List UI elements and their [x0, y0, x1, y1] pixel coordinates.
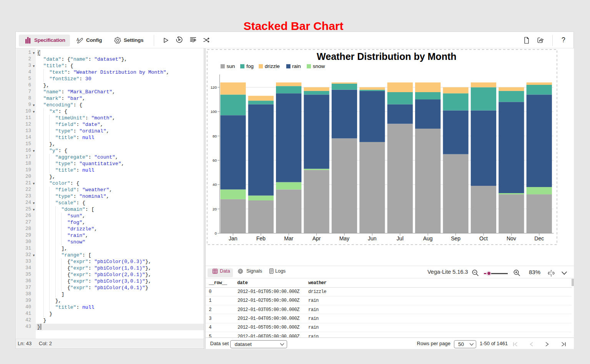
svg-text:fog: fog	[246, 63, 254, 69]
svg-text:Aug: Aug	[423, 235, 433, 242]
svg-text:drizzle: drizzle	[265, 63, 280, 69]
svg-text:rain: rain	[292, 63, 301, 69]
svg-text:Feb: Feb	[256, 235, 266, 242]
svg-text:Jun: Jun	[368, 235, 377, 242]
svg-text:Jul: Jul	[397, 235, 404, 242]
svg-text:60: 60	[213, 158, 217, 162]
svg-text:May: May	[339, 235, 349, 242]
svg-text:sun: sun	[227, 63, 235, 69]
svg-text:Jan: Jan	[229, 235, 238, 242]
svg-text:snow: snow	[313, 63, 325, 69]
svg-text:Mar: Mar	[284, 235, 293, 242]
svg-text:Apr: Apr	[312, 235, 321, 242]
svg-text:Nov: Nov	[507, 235, 516, 242]
svg-text:100: 100	[211, 109, 217, 114]
svg-text:80: 80	[213, 134, 217, 138]
svg-text:0: 0	[215, 231, 217, 235]
svg-text:120: 120	[211, 85, 217, 89]
svg-text:40: 40	[213, 182, 217, 187]
svg-text:Dec: Dec	[534, 235, 544, 242]
svg-text:Weather Distribution by Month: Weather Distribution by Month	[317, 51, 456, 62]
svg-text:20: 20	[213, 207, 217, 211]
svg-text:Oct: Oct	[479, 235, 488, 242]
svg-text:Sep: Sep	[451, 235, 460, 242]
